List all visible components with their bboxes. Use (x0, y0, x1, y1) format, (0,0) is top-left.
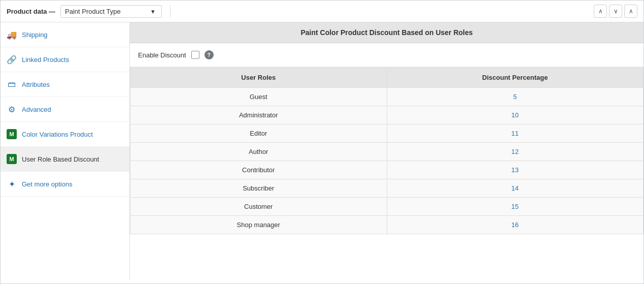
get-more-icon: ✦ (7, 179, 17, 189)
dropdown-arrow-icon: ▾ (151, 8, 155, 15)
table-row (130, 124, 643, 143)
collapse-button[interactable]: ∧ (624, 5, 637, 18)
table-row (130, 88, 643, 106)
table-row (130, 106, 643, 124)
scroll-down-button[interactable]: ∨ (609, 5, 622, 18)
discount-input[interactable] (387, 106, 643, 124)
user-role-input[interactable] (130, 161, 387, 179)
sidebar-item-linked-products-label: Linked Products (22, 56, 69, 64)
sidebar-item-user-role-label: User Role Based Discount (22, 155, 99, 163)
sidebar-item-attributes[interactable]: 🗃 Attributes (1, 72, 129, 97)
user-role-input[interactable] (130, 198, 387, 215)
discount-cell (387, 216, 643, 234)
user-role-input[interactable] (130, 124, 387, 142)
table-row (130, 161, 643, 179)
table-row (130, 216, 643, 234)
discount-cell (387, 106, 643, 124)
user-role-input[interactable] (130, 216, 387, 234)
color-variations-m-icon: M (7, 129, 17, 139)
sidebar-item-attributes-label: Attributes (22, 81, 50, 88)
enable-discount-row: Enable Discount ? (130, 43, 643, 67)
sidebar-item-shipping[interactable]: 🚚 Shipping (1, 22, 129, 47)
sidebar-item-shipping-label: Shipping (22, 31, 48, 39)
discount-input[interactable] (387, 198, 643, 215)
sidebar-item-advanced-label: Advanced (22, 106, 51, 113)
main-layout: 🚚 Shipping 🔗 Linked Products 🗃 Attribute… (1, 22, 643, 280)
sidebar-item-get-more-label: Get more options (22, 180, 73, 188)
sidebar: 🚚 Shipping 🔗 Linked Products 🗃 Attribute… (1, 22, 130, 280)
user-role-input[interactable] (130, 143, 387, 161)
sidebar-item-color-variations[interactable]: M Color Variations Product (1, 122, 129, 147)
table-row (130, 143, 643, 161)
user-role-cell (130, 179, 387, 198)
sidebar-item-linked-products[interactable]: 🔗 Linked Products (1, 47, 129, 72)
linked-products-icon: 🔗 (7, 54, 17, 65)
discount-input[interactable] (387, 88, 643, 106)
user-role-cell (130, 216, 387, 234)
user-role-cell (130, 161, 387, 179)
discount-cell (387, 179, 643, 198)
discount-cell (387, 198, 643, 216)
discount-input[interactable] (387, 216, 643, 234)
discount-input[interactable] (387, 161, 643, 179)
user-role-cell (130, 124, 387, 143)
sidebar-item-color-variations-label: Color Variations Product (22, 131, 93, 138)
col-discount-percentage: Discount Percentage (387, 68, 643, 88)
user-role-input[interactable] (130, 88, 387, 106)
table-title: Paint Color Product Discount Based on Us… (130, 22, 643, 43)
discount-cell (387, 161, 643, 179)
shipping-icon: 🚚 (7, 29, 17, 40)
sidebar-item-advanced[interactable]: ⚙ Advanced (1, 97, 129, 122)
help-icon[interactable]: ? (205, 50, 214, 59)
product-data-panel: Product data — Paint Product Type ▾ ∧ ∨ … (0, 0, 644, 284)
user-role-input[interactable] (130, 106, 387, 124)
user-role-cell (130, 143, 387, 161)
enable-discount-checkbox[interactable] (191, 51, 199, 59)
top-bar-controls: ∧ ∨ ∧ (594, 5, 637, 18)
user-role-input[interactable] (130, 179, 387, 197)
content-area: Paint Color Product Discount Based on Us… (130, 22, 643, 280)
attributes-icon: 🗃 (7, 79, 17, 89)
top-bar: Product data — Paint Product Type ▾ ∧ ∨ … (1, 1, 643, 22)
product-data-label: Product data — (7, 8, 55, 15)
table-header-row: User Roles Discount Percentage (130, 68, 643, 88)
discount-cell (387, 124, 643, 143)
discount-cell (387, 88, 643, 106)
discount-cell (387, 143, 643, 161)
advanced-icon: ⚙ (7, 104, 17, 114)
discount-input[interactable] (387, 143, 643, 161)
user-role-cell (130, 106, 387, 124)
table-row (130, 198, 643, 216)
enable-discount-label: Enable Discount (138, 51, 186, 59)
scroll-up-button[interactable]: ∧ (594, 5, 607, 18)
user-role-m-icon: M (7, 154, 17, 164)
user-role-cell (130, 198, 387, 216)
sidebar-item-get-more-options[interactable]: ✦ Get more options (1, 172, 129, 197)
discount-input[interactable] (387, 179, 643, 197)
top-bar-divider (170, 5, 171, 17)
col-user-roles: User Roles (130, 68, 387, 88)
user-role-cell (130, 88, 387, 106)
discount-input[interactable] (387, 124, 643, 142)
product-type-dropdown[interactable]: Paint Product Type ▾ (60, 5, 162, 18)
product-type-value: Paint Product Type (65, 8, 121, 15)
table-row (130, 179, 643, 198)
discount-table: User Roles Discount Percentage (130, 67, 643, 234)
sidebar-item-user-role-discount[interactable]: M User Role Based Discount (1, 147, 129, 172)
